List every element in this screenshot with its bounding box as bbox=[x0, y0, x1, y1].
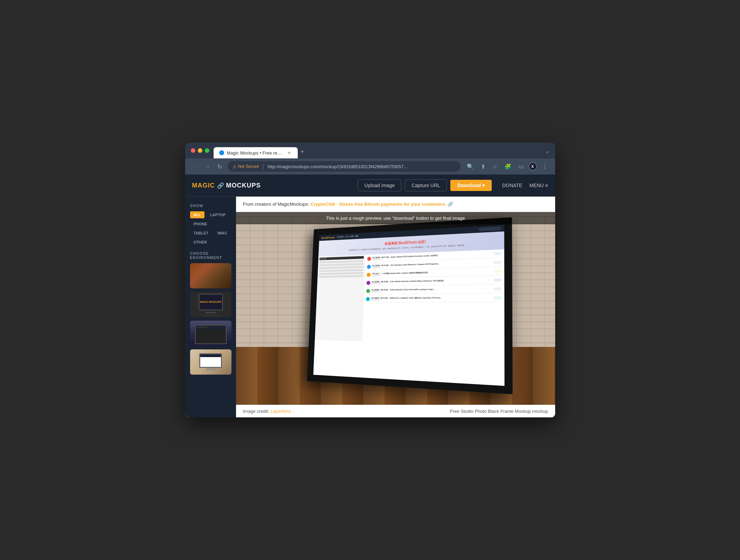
ws-li-text: GTD 社区 一一 今年最好 Hacker News, Lobsters 的科技… bbox=[372, 269, 492, 276]
env-thumb-3[interactable] bbox=[190, 321, 231, 346]
filter-laptop[interactable]: LAPTOP bbox=[207, 211, 229, 218]
minimize-button[interactable] bbox=[198, 148, 202, 153]
preview-area: This is just a rough preview, use "downl… bbox=[236, 212, 555, 405]
image-credit-text: Image credit: Layerform bbox=[243, 409, 291, 414]
promo-arrow-icon: 🔗 bbox=[448, 202, 453, 207]
forward-button[interactable]: → bbox=[203, 162, 212, 171]
search-icon: 🔍 bbox=[467, 163, 474, 170]
ws-li-icon bbox=[366, 281, 370, 285]
filter-tablet[interactable]: TABLET bbox=[190, 230, 212, 237]
back-button[interactable]: ← bbox=[191, 162, 199, 171]
more-options-button[interactable]: ⋮ bbox=[540, 162, 550, 171]
ws-sidebar-inner: 设计工具 bbox=[315, 254, 365, 341]
refresh-icon: ↻ bbox=[217, 163, 222, 170]
ws-list-item: 对工具周刊（第 36 期）: Codeic Business Card, Sno… bbox=[365, 286, 502, 294]
env-thumb-4[interactable] bbox=[190, 349, 231, 375]
preview-image-container: BestDTools 工具导航产品故事收藏 欢迎来到 BestDTools 社区… bbox=[236, 212, 555, 405]
ws-sidebar-item bbox=[319, 272, 363, 275]
sidebar: SHOW ALL LAPTOP PHONE TABLET IMAC OTHER … bbox=[185, 197, 236, 417]
ws-li-text: 对工具周刊（第 36 期）: SafeServers, singlihub, T… bbox=[371, 296, 492, 301]
security-indicator: ⚠ Not Secure bbox=[233, 164, 259, 169]
ws-li-badge bbox=[493, 252, 501, 255]
ws-logo: BestDTools bbox=[321, 235, 334, 239]
logo-area: MAGIC 🔗 MOCKUPS bbox=[192, 182, 261, 189]
filter-chips: ALL LAPTOP PHONE TABLET IMAC OTHER bbox=[190, 211, 231, 246]
image-credit-name: Free Studio Photo Black Frame Mockup moc… bbox=[450, 409, 548, 414]
ws-sidebar-item bbox=[319, 266, 363, 269]
sidebar-toggle-button[interactable]: ▭ bbox=[516, 162, 526, 171]
ws-list-item: 对工具周刊（第 36 期）: SafeServers, singlihub, T… bbox=[365, 295, 502, 302]
frame-inner: BestDTools 工具导航产品故事收藏 欢迎来到 BestDTools 社区… bbox=[313, 225, 504, 385]
tab-close-button[interactable]: ✕ bbox=[287, 150, 292, 156]
ws-list-item: GTD 社区 一一 今年最好 Hacker News, Lobsters 的科技… bbox=[366, 268, 503, 278]
filter-other[interactable]: OTHER bbox=[190, 239, 211, 246]
image-credit-prefix: Image credit: bbox=[243, 409, 269, 414]
url-bar[interactable]: ⚠ Not Secure | http://magicmockups.com/m… bbox=[228, 161, 460, 172]
choose-env-label: CHOOSE ENVIRONMENT bbox=[190, 251, 231, 260]
tab-bar: 🌐 Magic Mockups • Free real-life ✕ + ⌄ bbox=[214, 147, 550, 158]
download-label: Download ▾ bbox=[457, 183, 485, 188]
new-tab-button[interactable]: + bbox=[298, 147, 307, 158]
ws-li-text: 对工具周刊（第 40 期）: Sort Visualizer, Quick Re… bbox=[372, 261, 492, 268]
ws-sidebar-item bbox=[318, 275, 363, 278]
refresh-button[interactable]: ↻ bbox=[216, 162, 223, 171]
browser-actions: 🔍 ⬆ ☆ 🧩 ▭ X ⋮ bbox=[465, 162, 550, 171]
ws-li-text: 对工具周刊（第 36 期）: Codeic Business Card, Sno… bbox=[371, 287, 492, 293]
ws-li-icon bbox=[366, 289, 370, 293]
filter-all[interactable]: ALL bbox=[190, 211, 204, 218]
ws-li-badge bbox=[493, 296, 501, 299]
filter-imac[interactable]: IMAC bbox=[214, 230, 231, 237]
main-layout: SHOW ALL LAPTOP PHONE TABLET IMAC OTHER … bbox=[185, 197, 555, 417]
ws-main-inner: 对工具周刊（第 37 期）: Enapi, Tailwind CSS Gradi… bbox=[362, 249, 504, 345]
url-text: http://magicmockups.com/mockup/19/61fd85… bbox=[268, 164, 456, 169]
profile-letter: X bbox=[531, 164, 534, 169]
ws-sidebar-item bbox=[319, 260, 364, 263]
close-button[interactable] bbox=[191, 148, 195, 153]
mockup-scene: BestDTools 工具导航产品故事收藏 欢迎来到 BestDTools 社区… bbox=[236, 212, 555, 405]
share-icon: ⬆ bbox=[481, 163, 485, 170]
share-button[interactable]: ⬆ bbox=[479, 162, 487, 171]
not-secure-label: Not Secure bbox=[238, 164, 259, 169]
tab-favicon: 🌐 bbox=[219, 150, 224, 155]
ws-sidebar-active-item: 设计工具 bbox=[319, 256, 364, 260]
download-button[interactable]: Download ▾ bbox=[450, 180, 492, 191]
extensions-button[interactable]: 🧩 bbox=[502, 162, 513, 171]
profile-button[interactable]: X bbox=[529, 162, 537, 171]
filter-phone[interactable]: PHONE bbox=[190, 220, 211, 227]
preview-banner: This is just a rough preview, use "downl… bbox=[236, 212, 555, 224]
ws-sidebar-item bbox=[319, 263, 364, 266]
upload-image-button[interactable]: Upload image bbox=[358, 179, 401, 191]
donate-link[interactable]: DONATE bbox=[502, 183, 522, 188]
website-screenshot: BestDTools 工具导航产品故事收藏 欢迎来到 BestDTools 社区… bbox=[313, 225, 504, 385]
address-bar: ← → ↻ ⚠ Not Secure | http://magicmockups… bbox=[185, 158, 555, 175]
ws-li-icon bbox=[366, 273, 370, 277]
logo-mockups: MOCKUPS bbox=[226, 182, 261, 189]
back-icon: ← bbox=[192, 163, 198, 170]
ws-li-icon bbox=[367, 265, 371, 269]
ellipsis-icon: ⋮ bbox=[542, 163, 547, 170]
menu-link[interactable]: MENU ≡ bbox=[529, 183, 548, 188]
tab-title: Magic Mockups • Free real-life bbox=[227, 150, 284, 156]
logo-icon: 🔗 bbox=[217, 182, 224, 189]
header-right: DONATE MENU ≡ bbox=[502, 183, 548, 188]
maximize-button[interactable] bbox=[205, 148, 209, 153]
env-thumb-1[interactable] bbox=[190, 263, 231, 288]
ws-li-badge bbox=[493, 287, 501, 291]
header-actions: Upload image Capture URL Download ▾ bbox=[358, 179, 492, 191]
url-divider: | bbox=[263, 163, 264, 170]
environment-thumbnails: MAGIC MOCKUPS bbox=[190, 263, 231, 375]
ws-list-item: 对工具周刊（第 38 期）: Color Palette Generator, … bbox=[365, 277, 503, 286]
promo-link[interactable]: CryptoChill - Stress-free Bitcoin paymen… bbox=[310, 202, 446, 207]
browser-window: 🌐 Magic Mockups • Free real-life ✕ + ⌄ ←… bbox=[185, 143, 555, 417]
env-thumb-2[interactable]: MAGIC MOCKUPS bbox=[190, 292, 231, 317]
ws-nav: 工具导航产品故事收藏 bbox=[336, 234, 358, 239]
capture-url-button[interactable]: Capture URL bbox=[405, 179, 447, 191]
active-tab[interactable]: 🌐 Magic Mockups • Free real-life ✕ bbox=[214, 147, 298, 158]
ws-li-badge bbox=[493, 261, 501, 264]
ws-li-badge bbox=[493, 269, 501, 273]
bookmark-button[interactable]: ☆ bbox=[490, 162, 499, 171]
show-label: SHOW bbox=[190, 204, 231, 208]
logo-magic: MAGIC bbox=[192, 182, 215, 189]
image-credit-author-link[interactable]: Layerform bbox=[270, 409, 291, 414]
search-button[interactable]: 🔍 bbox=[465, 162, 476, 171]
